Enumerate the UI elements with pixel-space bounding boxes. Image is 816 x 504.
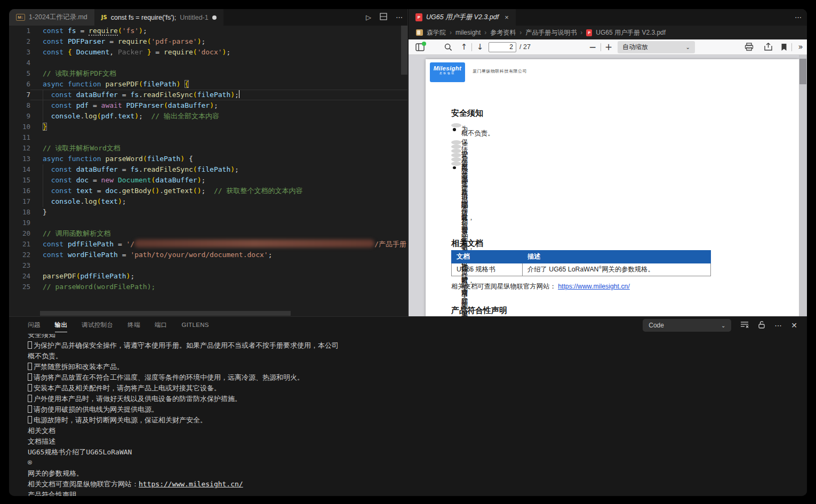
code-line[interactable]: 23 [9,260,408,271]
code-line[interactable]: 17 console.log(text); [9,196,408,207]
milesight-website-link[interactable]: https://www.milesight.cn/ [558,283,630,290]
output-console[interactable]: 安全须知为保护产品并确保安全操作，请遵守本使用手册。如果产品使用不当或者不按手册… [9,334,807,496]
code-line[interactable]: 10} [9,122,408,132]
col-header-desc: 描述 [523,251,711,263]
panel-tab-调试控制台[interactable]: 调试控制台 [82,318,113,332]
clear-output-icon[interactable] [740,321,749,330]
pdf-scrollbar-track[interactable] [799,55,807,316]
breadcrumb-item[interactable]: 森学院 [427,28,446,37]
panel-tab-端口[interactable]: 端口 [155,318,167,332]
output-link[interactable]: https://www.milesight.cn/ [139,480,243,488]
code-line[interactable]: 5// 读取并解析PDF文档 [9,68,408,79]
line-number: 15 [9,175,30,186]
line-content: const text = doc.getBody().getText(); //… [30,186,408,196]
page-count-label: / 27 [519,39,531,54]
panel-more-icon[interactable]: ⋯ [774,321,782,330]
screen: M↓ 1-2024工作记录.md JS const fs = require('… [0,0,816,504]
safety-bullet-item: 户外使用本产品时，请做好天线以及供电设备的防雷防水保护措施。 [451,153,461,157]
more-tools-icon[interactable]: » [795,39,806,54]
panel-tab-GITLENS[interactable]: GITLENS [181,318,209,331]
tab-work-log[interactable]: M↓ 1-2024工作记录.md [9,9,94,26]
output-line: 产品符合性声明 [28,490,807,496]
tab-label: 1-2024工作记录.md [29,13,87,22]
bookmark-icon[interactable] [779,39,789,54]
tab-untitled-1[interactable]: JS const fs = require('fs'); Untitled-1 [94,9,223,26]
more-actions-icon[interactable]: ⋯ [795,13,802,21]
editor-vertical-scrollbar[interactable] [401,26,407,75]
code-line[interactable]: 25// parseWord(wordFilePath); [9,282,408,292]
code-line[interactable]: 21const pdfFilePath = '//产品手册- [9,239,408,250]
panel-tab-输出[interactable]: 输出 [55,318,68,332]
sidebar-toggle-icon[interactable] [414,39,426,54]
code-line[interactable]: 9 console.log(pdf.text); // 输出全部文本内容 [9,111,408,122]
print-icon[interactable] [743,39,755,54]
tab-pdf-manual[interactable]: P UG65 用户手册 V2.3.pdf × [409,9,516,26]
editor-group: M↓ 1-2024工作记录.md JS const fs = require('… [9,9,408,316]
line-content [30,218,408,228]
output-channel-dropdown[interactable]: Code ⌄ [643,319,731,332]
code-line[interactable]: 6async function parsePDF(filePath) { [9,79,408,90]
zoom-out-icon[interactable]: − [588,39,597,54]
close-tab-icon[interactable]: × [505,13,509,21]
save-download-icon[interactable] [762,39,774,54]
zoom-mode-dropdown[interactable]: 自动缩放 ⌄ [618,41,695,53]
code-line[interactable]: 11 [9,132,408,143]
code-line[interactable]: 7 const dataBuffer = fs.readFileSync(fil… [9,90,408,100]
more-actions-icon[interactable]: ⋯ [396,13,403,21]
panel-tab-终端[interactable]: 终端 [127,318,140,332]
line-content: // 调用函数解析文档 [30,228,408,239]
panel-tab-问题[interactable]: 问题 [28,318,41,332]
code-line[interactable]: 19 [9,218,408,228]
unlock-icon[interactable] [758,321,765,331]
breadcrumb-item[interactable]: 参考资料 [490,28,516,37]
editor-horizontal-scrollbar[interactable] [40,311,291,316]
code-line[interactable]: 12// 读取并解析Word文档 [9,143,408,154]
safety-bullet-item: 电源故障时，请及时切断网关电源，保证相关财产安全。 [451,162,461,166]
search-icon[interactable] [442,39,454,54]
line-number: 10 [9,122,30,132]
previous-page-icon[interactable]: ↑ [459,39,469,54]
run-icon[interactable]: ▷ [366,13,371,21]
output-line: 严禁随意拆卸和改装本产品。 [28,362,807,372]
code-line[interactable]: 8 const pdf = await PDFParser(dataBuffer… [9,100,408,111]
pdf-file-icon: P [415,13,422,21]
split-editor-icon[interactable] [380,13,387,22]
next-page-icon[interactable]: ↓ [475,39,485,54]
panel-close-icon[interactable]: ✕ [791,321,797,330]
code-line[interactable]: 16 const text = doc.getBody().getText();… [9,186,408,196]
pdf-viewer[interactable]: Milesight 星纵物联 厦门星纵物联科技有限公司 安全须知 为保护产品并确… [409,55,807,316]
line-number: 2 [9,36,30,47]
modified-dot-icon[interactable] [212,15,217,20]
line-content: async function parseWord(filePath) { [30,154,408,164]
code-editor[interactable]: 1const fs = require('fs');2const PDFPars… [9,26,408,316]
bottom-panel: 问题输出调试控制台终端端口GITLENS Code ⌄ ⋯ ✕ 安全须知为保护产… [9,316,807,496]
code-line[interactable]: 20// 调用函数解析文档 [9,228,408,239]
code-line[interactable]: 1const fs = require('fs'); [9,26,408,36]
code-line[interactable]: 24parsePDF(pdfFilePath); [9,271,408,282]
page-number-input[interactable] [489,42,516,52]
pdf-scrollbar-thumb[interactable] [799,59,806,84]
line-number: 24 [9,271,30,282]
breadcrumb-separator: › [450,29,452,36]
code-line[interactable]: 14 const dataBuffer = fs.readFileSync(fi… [9,164,408,175]
breadcrumb-item[interactable]: milesight [455,29,481,36]
code-line[interactable]: 15 const doc = new Document(dataBuffer); [9,175,408,186]
related-docs-heading: 相关文档 [451,238,483,249]
code-line[interactable]: 2const PDFParser = require('pdf-parse'); [9,36,408,47]
notebook-folder-icon [416,29,423,36]
code-line[interactable]: 3const { Document, Packer } = require('d… [9,47,408,58]
safety-heading: 安全须知 [451,108,483,118]
line-content: const wordFilePath = 'path/to/your/word/… [30,250,408,260]
related-docs-link-line: 相关文档可查阅星纵物联官方网站： https://www.milesight.c… [451,282,630,291]
tab-secondary-label: Untitled-1 [180,14,209,21]
pdf-editor-actions: ⋯ [795,9,802,26]
code-line[interactable]: 22const wordFilePath = 'path/to/your/wor… [9,250,408,260]
breadcrumb-item[interactable]: UG65 用户手册 V2.3.pdf [596,28,666,37]
code-line[interactable]: 13async function parseWord(filePath) { [9,154,408,164]
line-number: 6 [9,79,30,90]
zoom-in-icon[interactable]: + [604,39,613,54]
code-line[interactable]: 4 [9,58,408,68]
code-line[interactable]: 18} [9,207,408,218]
markdown-icon: M↓ [16,14,25,21]
breadcrumb-item[interactable]: 产品手册与说明书 [525,28,577,37]
